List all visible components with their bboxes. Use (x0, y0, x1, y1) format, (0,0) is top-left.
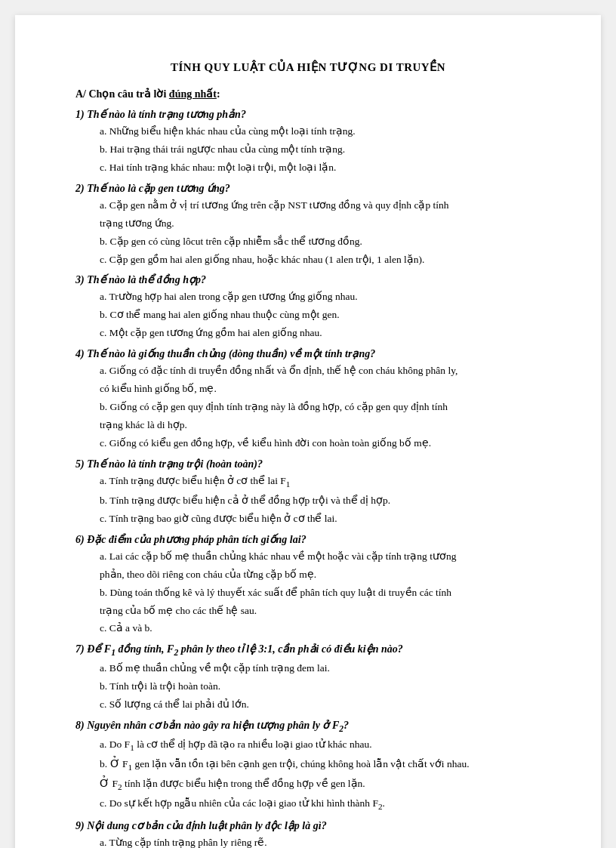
question-6-answer-a-cont: phản, theo dõi riêng con cháu của từng c… (100, 567, 541, 583)
question-6-answer-c: c. Cả a và b. (100, 621, 541, 637)
question-8-answer-b: b. Ở F1 gen lặn vẫn tồn tại bên cạnh gen… (100, 757, 541, 774)
question-7-answer-a: a. Bố mẹ thuần chủng về một cặp tính trạ… (100, 661, 541, 677)
question-1: 1) Thế nào là tính trạng tương phản? a. … (75, 108, 541, 176)
question-3: 3) Thế nào là thể đồng hợp? a. Trường hợ… (75, 273, 541, 341)
question-8-answer-c: c. Do sự kết hợp ngẫu nhiên của các loại… (100, 796, 541, 813)
question-4-answer-c: c. Giống có kiểu gen đồng hợp, về kiểu h… (100, 436, 541, 452)
question-1-answer-a: a. Những biểu hiện khác nhau của cùng mộ… (100, 124, 541, 140)
question-6: 6) Đặc điểm của phương pháp phân tích gi… (75, 533, 541, 637)
question-2-answer-a: a. Cặp gen nằm ở vị trí tương ứng trên c… (100, 198, 541, 214)
section-header: A/ Chọn câu trả lời đúng nhất: (75, 88, 541, 100)
question-2-answer-a-cont: trạng tương ứng. (100, 216, 541, 232)
question-5-answer-a: a. Tính trạng được biểu hiện ở cơ thể la… (100, 473, 541, 491)
question-5-answer-c: c. Tính trạng bao giờ cũng được biểu hiệ… (100, 511, 541, 527)
question-4-answer-b: b. Giống có cặp gen quy định tính trạng … (100, 399, 541, 415)
question-3-title: 3) Thế nào là thể đồng hợp? (75, 273, 541, 286)
question-2-title: 2) Thế nào là cặp gen tương ứng? (75, 182, 541, 195)
question-7: 7) Để F1 đồng tính, F2 phân ly theo tỉ l… (75, 643, 541, 713)
question-2: 2) Thế nào là cặp gen tương ứng? a. Cặp … (75, 182, 541, 268)
question-7-answer-b: b. Tính trội là trội hoàn toàn. (100, 679, 541, 695)
question-1-answer-c: c. Hai tính trạng khác nhau: một loại tr… (100, 160, 541, 176)
question-3-answer-a: a. Trường hợp hai alen trong cặp gen tươ… (100, 289, 541, 305)
question-5: 5) Thế nào là tính trạng trội (hoàn toàn… (75, 458, 541, 527)
question-1-title: 1) Thế nào là tính trạng tương phản? (75, 108, 541, 121)
question-7-answer-c: c. Số lượng cá thể lai phải đủ lớn. (100, 697, 541, 713)
question-4: 4) Thế nào là giống thuần chủng (dòng th… (75, 347, 541, 452)
page: TÍNH QUY LUẬT CỦA HIỆN TƯỢNG DI TRUYỀN A… (15, 15, 601, 848)
question-1-answer-b: b. Hai trạng thái trái ngược nhau của cù… (100, 142, 541, 158)
question-4-answer-b-cont: trạng khác là di hợp. (100, 418, 541, 433)
question-5-title: 5) Thế nào là tính trạng trội (hoàn toàn… (75, 458, 541, 470)
question-2-answer-c: c. Cặp gen gồm hai alen giống nhau, hoặc… (100, 252, 541, 268)
question-3-answer-b: b. Cơ thể mang hai alen giống nhau thuộc… (100, 307, 541, 323)
question-2-answer-b: b. Cặp gen có cùng lôcut trên cặp nhiễm … (100, 234, 541, 250)
question-6-answer-a: a. Lai các cặp bố mẹ thuần chủng khác nh… (100, 549, 541, 565)
question-4-answer-a-cont: có kiểu hình giống bố, mẹ. (100, 381, 541, 397)
page-title: TÍNH QUY LUẬT CỦA HIỆN TƯỢNG DI TRUYỀN (75, 60, 541, 74)
question-4-answer-a: a. Giống có đặc tính di truyền đồng nhất… (100, 363, 541, 379)
question-8: 8) Nguyên nhân cơ bản nào gây ra hiện tư… (75, 719, 541, 813)
question-5-answer-b: b. Tính trạng được biểu hiện cả ở thể đồ… (100, 493, 541, 509)
question-9: 9) Nội dung cơ bản của định luật phân ly… (75, 819, 541, 848)
question-8-answer-b-cont: Ở F2 tính lặn được biểu hiện trong thể đ… (100, 776, 541, 794)
question-6-title: 6) Đặc điểm của phương pháp phân tích gi… (75, 533, 541, 546)
question-6-answer-b-cont: trạng của bố mẹ cho các thế hệ sau. (100, 603, 541, 619)
question-9-answer-a: a. Từng cặp tính trạng phân ly riêng rẽ. (100, 835, 541, 848)
question-8-title: 8) Nguyên nhân cơ bản nào gây ra hiện tư… (75, 719, 541, 734)
question-6-answer-b: b. Dùng toán thống kê và lý thuyết xác s… (100, 585, 541, 601)
question-7-title: 7) Để F1 đồng tính, F2 phân ly theo tỉ l… (75, 643, 541, 658)
question-4-title: 4) Thế nào là giống thuần chủng (dòng th… (75, 347, 541, 360)
question-8-answer-a: a. Do F1 là cơ thể dị hợp đã tạo ra nhiề… (100, 737, 541, 754)
question-3-answer-c: c. Một cặp gen tương ứng gồm hai alen gi… (100, 325, 541, 341)
question-9-title: 9) Nội dung cơ bản của định luật phân ly… (75, 819, 541, 832)
